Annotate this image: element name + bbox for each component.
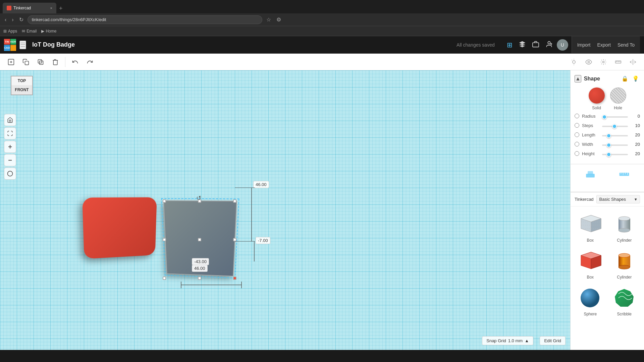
shape-item-cyl-orange[interactable]: Cylinder [609,247,640,282]
shape-item-sphere[interactable]: Sphere [575,284,606,318]
height-radio[interactable] [575,151,579,156]
navigation-bar: ‹ › ↻ tinkercad.com/things/28n6PJltXcK/e… [0,13,644,26]
red-box-shape[interactable] [82,197,157,259]
viewport[interactable]: TOP FRONT + − [0,70,570,350]
add-user-icon [545,41,553,48]
shape-panel-icons: 🔒 💡 [621,74,640,83]
duplicate-btn[interactable] [34,56,47,68]
rotate-handle[interactable]: ↺ [196,194,201,202]
url-bar[interactable]: tinkercad.com/things/28n6PJltXcK/edit [28,15,262,24]
steps-slider[interactable] [602,126,628,127]
active-tab[interactable]: Tinkercad × [3,3,56,13]
handle-bl[interactable] [163,277,166,280]
duplicate-icon [37,59,44,65]
settings-btn[interactable] [597,56,610,68]
panel-collapse-btn[interactable]: ▲ [575,75,581,82]
handle-br[interactable] [233,277,236,280]
tools-btn[interactable] [517,39,528,51]
sendto-btn[interactable]: Send To [618,42,635,48]
add-user-btn[interactable] [543,39,555,51]
export-btn[interactable]: Export [597,42,610,48]
height-slider-container [602,150,628,157]
view-btn[interactable] [582,56,595,68]
new-tab-btn[interactable]: + [56,5,65,12]
type-selector: Solid Hole [575,87,640,110]
zoom-in-btn[interactable]: + [4,141,16,153]
briefcase-btn[interactable] [530,39,541,51]
svg-point-52 [581,289,599,307]
bookmark-email[interactable]: ✉ Email [22,29,37,34]
workplane-btn[interactable]: Workplane [573,167,607,189]
height-row: Height 20 [575,150,640,157]
bookmark-home[interactable]: ▶ Home [41,29,56,34]
shape-label-scribble: Scribble [617,312,632,316]
home-label: Home [46,29,56,34]
bookmark-btn[interactable]: ☆ [265,15,272,24]
shape-label-cyl-grey: Cylinder [617,238,632,243]
view-cube[interactable]: TOP FRONT [7,76,37,106]
view-cube-front[interactable]: FRONT [11,85,33,95]
width-radio[interactable] [575,142,579,146]
new-shape-btn[interactable] [5,56,17,68]
lock-btn[interactable]: 🔒 [621,74,629,83]
solid-option[interactable]: Solid [589,87,605,110]
length-label: Length [582,132,599,137]
shape-item-box-grey[interactable]: Box [575,210,606,245]
orbit-btn[interactable] [4,168,16,180]
box-grey-svg [578,214,603,235]
snap-grid-chevron: ▲ [525,338,529,343]
bookmark-apps[interactable]: ⊞ Apps [3,29,17,34]
back-btn[interactable]: ‹ [3,15,8,24]
tinkercad-app: TIN KER CAD ☰ IoT Dog Badge All changes … [0,36,644,350]
library-dropdown[interactable]: Basic Shapes ▾ [596,195,640,203]
snap-grid-label: Snap Grid [486,338,506,343]
edit-grid-btn[interactable]: Edit Grid [540,336,566,345]
height-slider[interactable] [602,154,628,155]
grid-view-btn[interactable]: ⊞ [505,39,515,51]
bookmark-bar: ⊞ Apps ✉ Email ▶ Home [0,26,644,36]
ruler-btn-wp[interactable]: Ruler [607,167,642,189]
shape-item-scribble[interactable]: Scribble [609,284,640,318]
dim-label-neg43: -43.00 [192,258,209,265]
solid-label: Solid [592,106,601,110]
length-slider[interactable] [602,135,628,136]
radius-radio[interactable] [575,114,579,118]
light-btn[interactable] [568,56,580,68]
width-slider[interactable] [602,144,628,146]
redo-icon [87,59,93,65]
ruler-btn[interactable] [612,56,625,68]
fit-view-btn[interactable] [4,127,16,139]
forward-btn[interactable]: › [10,15,15,24]
menu-icon-btn[interactable]: ☰ [19,41,26,49]
hole-option[interactable]: Hole [610,87,626,110]
cyl-orange-svg [612,250,637,272]
apps-label: Apps [8,29,17,34]
snap-grid-control[interactable]: Snap Grid 1.0 mm ▲ [482,336,533,345]
user-avatar[interactable]: U [557,39,568,51]
hole-label: Hole [614,106,622,110]
bulb-btn[interactable]: 💡 [631,74,640,83]
shape-item-cyl-grey[interactable]: Cylinder [609,210,640,245]
radius-slider[interactable] [602,116,628,118]
import-btn[interactable]: Import [577,42,591,48]
mirror-btn[interactable] [627,56,639,68]
tab-close-btn[interactable]: × [50,6,52,10]
undo-btn[interactable] [69,56,82,68]
delete-btn[interactable] [49,56,62,68]
view-controls: + − [4,114,16,180]
refresh-btn[interactable]: ↻ [18,15,25,24]
redo-btn[interactable] [84,56,96,68]
home-view-btn[interactable] [4,114,16,126]
steps-radio[interactable] [575,123,579,128]
handle-mb[interactable] [198,277,201,280]
shape-item-box-red[interactable]: Box [575,247,606,282]
copy-btn[interactable] [19,56,32,68]
length-radio[interactable] [575,132,579,137]
view-cube-top[interactable]: TOP [11,76,33,86]
main-content: TOP FRONT + − [0,70,644,350]
extensions-btn[interactable]: ⚙ [275,15,282,24]
shape-panel-header: ▲ Shape 🔒 💡 [575,74,640,83]
copy-icon [22,59,29,65]
fit-view-icon [7,130,13,136]
zoom-out-btn[interactable]: − [4,154,16,166]
